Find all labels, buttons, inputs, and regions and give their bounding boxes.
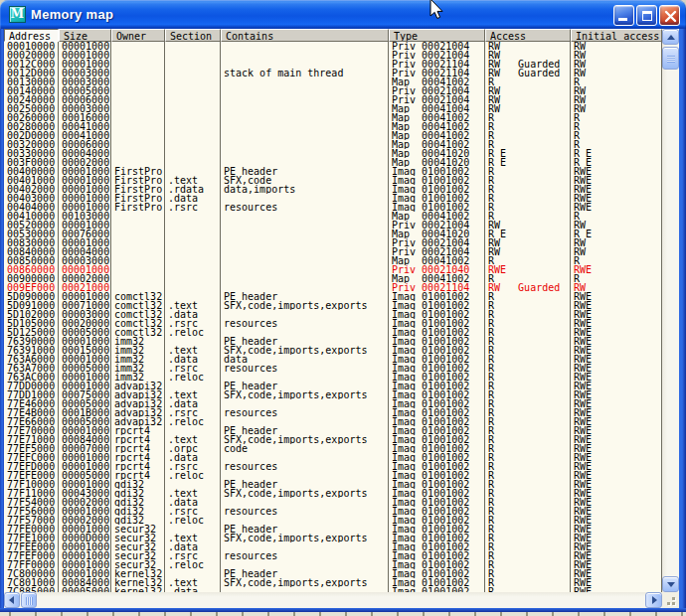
vertical-scroll-thumb[interactable] [662,47,679,70]
table-row[interactable]: 77EFC00000001000rpcrt4.dataImag 01001002… [4,453,662,462]
cell-size: 00001000 [59,525,111,534]
cell-type: Imag 01001002 [389,444,485,453]
table-row[interactable]: 5D10500000020000comctl32.rsrcresourcesIm… [4,319,662,328]
table-row[interactable]: 77FF000000001000secur32.relocImag 010010… [4,560,662,569]
minimize-button[interactable] [613,5,634,26]
table-row[interactable]: 5D12500000005000comctl32.relocImag 01001… [4,328,662,337]
table-row[interactable]: 0013000000003000Map 00041002RR [4,77,662,86]
table-row[interactable]: 5D09000000001000comctl32PE headerImag 01… [4,292,662,301]
column-header-initial_access[interactable]: Initial access [571,29,662,42]
cell-address: 77DD0000 [4,382,59,390]
table-row[interactable]: 77F5400000002000gdi32.dataImag 01001002R… [4,498,662,507]
table-row[interactable]: 77E7100000084000rpcrt4.textSFX,code,impo… [4,435,662,444]
scroll-right-button[interactable] [645,592,662,608]
cell-contains: resources [221,462,389,471]
table-row[interactable]: 0090000000002000Map 00041002RR [4,274,662,283]
cell-type: Imag 01001002 [389,551,485,560]
table-row[interactable]: 763A700000005000imm32.rsrcresourcesImag … [4,364,662,373]
table-row[interactable]: 0040000000001000FirstProPE headerImag 01… [4,167,662,176]
table-row[interactable]: 0025000000003000Map 00041004RWRW [4,104,662,113]
cell-section: .reloc [165,417,221,426]
table-row[interactable]: 5D10200000003000comctl32.dataImag 010010… [4,310,662,319]
table-row[interactable]: 7639100000015000imm32.textSFX,code,impor… [4,346,662,355]
table-row[interactable]: 0040300000001000FirstPro.dataImag 010010… [4,194,662,203]
table-row[interactable]: 0028000000041000Map 00041002RR [4,122,662,131]
table-row[interactable]: 0002000000001000Priv 00021004RWRW [4,51,662,60]
table-row[interactable]: 0040100000001000FirstPro.textSFX,codeIma… [4,176,662,185]
cell-size: 00001000 [59,194,111,203]
table-row[interactable]: 009EF00000021000Priv 00021104RW GuardedR… [4,283,662,292]
table-row[interactable]: 763AC00000001000imm32.relocImag 01001002… [4,373,662,382]
column-header-type[interactable]: Type [389,29,485,42]
cell-contains [221,516,389,525]
table-row[interactable]: 0040200000001000FirstPro.rdatadata,impor… [4,185,662,194]
table-row[interactable]: 77E6600000005000advapi32.relocImag 01001… [4,417,662,426]
table-row[interactable]: 77FE10000000D000secur32.textSFX,code,imp… [4,534,662,542]
cell-section [165,167,221,176]
titlebar[interactable]: M Memory map [0,0,686,29]
column-header-access[interactable]: Access [485,29,571,42]
table-row[interactable]: 77E4600000005000advapi32.dataImag 010010… [4,399,662,408]
table-row[interactable]: 7C80000000001000kernel32PE headerImag 01… [4,569,662,578]
table-row[interactable]: 77F1100000043000gdi32.textSFX,code,impor… [4,489,662,498]
table-row[interactable]: 0053000000076000Map 00041020R ER E [4,230,662,238]
table-row[interactable]: 0014000000005000Priv 00021004RWRW [4,86,662,95]
table-row[interactable]: 0032000000006000Map 00041002RR [4,140,662,149]
table-row[interactable]: 77F5600000001000gdi32.rsrcresourcesImag … [4,507,662,516]
table-row[interactable]: 0083000000001000Priv 00021004RWRW [4,238,662,247]
column-header-address[interactable]: Address [4,29,59,42]
table-row[interactable]: 0085000000003000Map 00041002RR [4,256,662,265]
horizontal-scrollbar[interactable] [4,592,662,608]
maximize-button[interactable] [636,5,657,26]
table-row[interactable]: 003F000000002000Map 00041020R ER E [4,158,662,167]
resize-grip[interactable] [662,592,679,608]
table-row[interactable]: 0024000000006000Priv 00021004RWRW [4,95,662,104]
table-row[interactable]: 5D09100000071000comctl32.textSFX,code,im… [4,301,662,310]
cell-access: RW [485,238,571,247]
table-row[interactable]: 0052000000001000Priv 00021004RWRW [4,221,662,230]
table-row[interactable]: 002D000000041000Map 00041002RR [4,131,662,140]
table-row[interactable]: 77DD000000001000advapi32PE headerImag 01… [4,382,662,390]
column-header-section[interactable]: Section [165,29,221,42]
table-row[interactable]: 77FEE00000001000secur32.dataImag 0100100… [4,542,662,551]
cell-contains [221,399,389,408]
table-row[interactable]: 0012C00000001000Priv 00021104RW GuardedR… [4,60,662,69]
table-row[interactable]: 77F5700000002000gdi32.relocImag 01001002… [4,516,662,525]
horizontal-scroll-thumb[interactable] [21,592,37,608]
column-header-size[interactable]: Size [59,29,111,42]
cell-initial_access: RWE [571,203,662,212]
column-header-contains[interactable]: Contains [221,29,389,42]
table-row[interactable]: 77FEF00000001000secur32.rsrcresourcesIma… [4,551,662,560]
cell-section [165,525,221,534]
scroll-left-button[interactable] [4,592,20,608]
table-row[interactable]: 77E4B0000001B000advapi32.rsrcresourcesIm… [4,408,662,417]
table-row[interactable]: 0026000000016000Map 00041002RR [4,113,662,122]
table-row[interactable]: 0041000000103000Map 00041002RR [4,212,662,221]
cell-access: R [485,274,571,283]
table-row[interactable]: 77E7000000001000rpcrt4PE headerImag 0100… [4,426,662,435]
table-row[interactable]: 7C80100000084000kernel32.textSFX,code,im… [4,578,662,587]
scroll-up-button[interactable] [662,29,679,45]
table-row[interactable]: 0040400000001000FirstPro.rsrcresourcesIm… [4,203,662,212]
table-row[interactable]: 77FE000000001000secur32PE headerImag 010… [4,525,662,534]
cell-address: 5D102000 [4,310,59,319]
column-header-owner[interactable]: Owner [111,29,165,42]
table-row[interactable]: 0033000000004000Map 00041020R ER E [4,149,662,158]
table-row[interactable]: 77EFD00000001000rpcrt4.rsrcresourcesImag… [4,462,662,471]
table-row[interactable]: 77EF500000007000rpcrt4.orpccodeImag 0100… [4,444,662,453]
cell-section [165,122,221,131]
table-row[interactable]: 77F1000000001000gdi32PE headerImag 01001… [4,480,662,489]
table-row[interactable]: 7639000000001000imm32PE headerImag 01001… [4,337,662,346]
table-row[interactable]: 0012D00000003000stack of main threadPriv… [4,69,662,77]
scroll-down-button[interactable] [662,576,679,592]
table-row[interactable]: 763A600000001000imm32.datadataImag 01001… [4,355,662,364]
table-row[interactable]: 0084000000004000Priv 00021004RWRW [4,247,662,256]
vertical-scrollbar[interactable] [662,29,679,592]
table-row[interactable]: 77EFE00000005000rpcrt4.relocImag 0100100… [4,471,662,480]
table-row[interactable]: 77DD100000075000advapi32.textSFX,code,im… [4,390,662,399]
cell-owner [111,69,165,77]
table-row[interactable]: 0086000000001000Priv 00021040RWERWE [4,265,662,274]
table-row[interactable]: 0001000000001000Priv 00021004RWRW [4,42,662,51]
app-icon[interactable]: M [9,6,26,23]
close-button[interactable] [659,5,680,26]
